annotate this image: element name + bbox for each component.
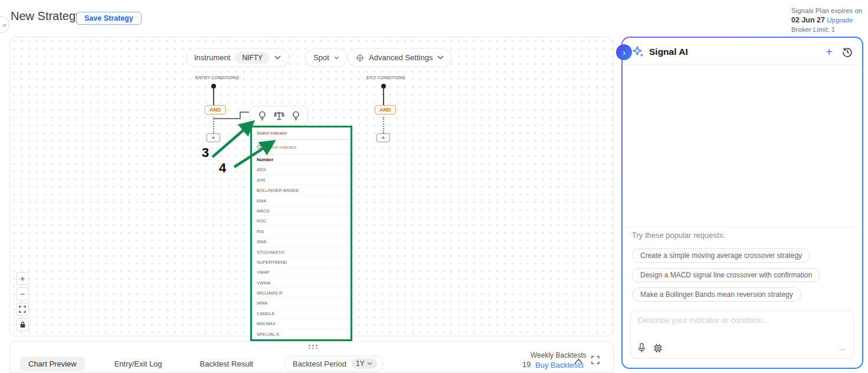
expand-panel-button[interactable]	[591, 356, 600, 367]
backtest-period-dropdown[interactable]: Backtest Period 1Y	[285, 356, 384, 371]
exit-add-condition-button[interactable]: +	[376, 133, 390, 142]
signal-ai-header: Signal AI +	[623, 38, 862, 65]
indicator-item[interactable]: WMA	[252, 298, 351, 308]
broker-limit: Broker Limit: 1	[791, 25, 862, 34]
entry-conditions-label: ENTRY CONDITIONS	[195, 76, 239, 80]
page-title: New Strategy	[11, 9, 81, 23]
microphone-icon	[638, 343, 646, 353]
indicator-popup-header: Select Indicator	[252, 127, 351, 140]
suggestion-chip-sma-crossover[interactable]: Create a simple moving average crossover…	[632, 248, 810, 263]
tab-chart-preview[interactable]: Chart Preview	[20, 356, 85, 371]
indicator-list: NumberADXATRBOLLINGER BANDSEMAMACDROCRSI…	[252, 155, 351, 339]
panel-collapse-button[interactable]: ›	[616, 44, 632, 60]
save-strategy-button[interactable]: Save Strategy	[76, 12, 142, 25]
lock-button[interactable]	[16, 318, 29, 331]
indicator-item[interactable]: BOLLINGER BANDS	[252, 185, 351, 195]
sparkle-icon	[632, 45, 644, 58]
spot-dropdown[interactable]: Spot	[305, 48, 348, 67]
instrument-value: NIFTY	[235, 52, 270, 64]
backtest-period-value: 1Y	[356, 359, 365, 368]
ai-prompt-input[interactable]	[638, 316, 847, 337]
expand-icon	[591, 356, 600, 364]
instrument-dropdown[interactable]: Instrument NIFTY	[186, 48, 289, 67]
indicator-item[interactable]: SPECIAL K	[252, 329, 351, 339]
weekly-backtests-count: 19	[522, 360, 530, 369]
fit-view-button[interactable]	[16, 303, 29, 316]
history-icon	[842, 47, 853, 57]
annotation-number-3: 3	[202, 145, 209, 161]
model-button[interactable]	[653, 343, 663, 353]
suggestion-chip-macd-crossover[interactable]: Design a MACD signal line crossover with…	[632, 268, 820, 282]
signal-ai-panel-body: Signal AI + Try these popular requests: …	[623, 38, 862, 368]
indicator-item[interactable]: WILLIAMS R	[252, 288, 351, 298]
indicator-item[interactable]: VWAP	[252, 267, 351, 277]
indicator-item[interactable]: ROC	[252, 216, 351, 226]
plan-expiry-date: 02 Jun 27	[791, 16, 825, 24]
zoom-in-button[interactable]: +	[16, 272, 29, 285]
send-button[interactable]: →	[837, 343, 847, 354]
indicator-item[interactable]: ATR	[252, 175, 351, 185]
entry-add-condition-button[interactable]: +	[207, 133, 220, 142]
indicator-item[interactable]: Number	[252, 155, 351, 165]
spot-label: Spot	[313, 53, 329, 62]
signal-ai-title: Signal AI	[649, 47, 688, 57]
zoom-out-button[interactable]: −	[16, 287, 29, 300]
bottom-tabs: Chart Preview Entry/Exit Log Backtest Re…	[20, 356, 384, 371]
comparator-scales-icon[interactable]	[274, 111, 284, 120]
indicator-item[interactable]: RSI	[252, 227, 351, 237]
panel-drag-handle[interactable]	[309, 345, 318, 349]
chevron-down-icon	[367, 362, 372, 365]
indicator-search-input[interactable]	[264, 145, 335, 150]
collapse-panel-button[interactable]	[574, 356, 584, 367]
indicator-item[interactable]: STOCHASTIC	[252, 247, 351, 257]
indicator-item[interactable]: MACD	[252, 206, 351, 216]
mic-button[interactable]	[638, 343, 646, 353]
suggestion-chip-bollinger-reversion[interactable]: Make a Bollinger Bands mean reversion st…	[632, 287, 801, 302]
plan-info: Signals Plan expires on 02 Jun 27 Upgrad…	[791, 6, 862, 34]
chevron-up-icon	[574, 358, 584, 365]
indicator-item[interactable]: EMA	[252, 196, 351, 206]
indicator-item[interactable]: SUPERTREND	[252, 257, 351, 267]
indicator-item[interactable]: MIN MAX	[252, 319, 351, 329]
annotation-number-4: 4	[219, 161, 226, 176]
signal-bulb-icon[interactable]	[292, 111, 300, 121]
canvas-zoom-controls: + −	[16, 272, 29, 331]
backtest-period-label: Backtest Period	[293, 359, 346, 368]
strategy-builder-page: » New Strategy Save Strategy Signals Pla…	[0, 0, 868, 373]
ai-prompt-box: →	[630, 310, 854, 359]
history-button[interactable]	[842, 47, 853, 57]
indicator-item[interactable]: VWMA	[252, 278, 351, 288]
exit-connector-line	[383, 89, 384, 105]
indicator-item[interactable]: ADX	[252, 165, 351, 175]
gear-icon	[356, 54, 364, 62]
fit-view-icon	[19, 306, 26, 313]
instrument-label: Instrument	[194, 53, 230, 62]
upgrade-link[interactable]: Upgrade	[827, 17, 853, 24]
entry-dashed-connector	[213, 117, 214, 133]
sidebar-expand-button[interactable]: »	[0, 17, 9, 33]
entry-and-operator[interactable]: AND	[205, 105, 226, 114]
divider	[623, 227, 862, 227]
chevron-right-icon: ›	[623, 48, 625, 57]
tab-backtest-result[interactable]: Backtest Result	[192, 356, 261, 371]
popular-requests-title: Try these popular requests:	[632, 231, 725, 240]
advanced-settings-dropdown[interactable]: Advanced Settings	[348, 48, 452, 67]
chevron-down-icon	[437, 55, 444, 60]
exit-conditions-label: EXIT CONDITIONS	[366, 76, 405, 80]
advanced-settings-label: Advanced Settings	[369, 53, 433, 62]
processor-chip-icon	[653, 343, 663, 353]
search-icon	[257, 145, 262, 150]
indicator-item[interactable]: CANDLE	[252, 309, 351, 319]
chevron-down-icon	[334, 56, 339, 60]
tab-entry-exit-log[interactable]: Entry/Exit Log	[106, 356, 171, 371]
double-chevron-right-icon: »	[2, 21, 6, 28]
indicator-item[interactable]: SMA	[252, 237, 351, 247]
node-type-popup	[250, 106, 307, 125]
plan-expiry-line: Signals Plan expires on	[791, 6, 862, 15]
entry-root-node	[211, 84, 216, 89]
indicator-bulb-icon[interactable]	[258, 111, 266, 121]
exit-and-operator[interactable]: AND	[375, 105, 396, 114]
indicator-select-popup: Select Indicator NumberADXATRBOLLINGER B…	[250, 126, 352, 341]
indicator-search-row[interactable]	[252, 140, 351, 155]
new-chat-button[interactable]: +	[826, 47, 833, 57]
